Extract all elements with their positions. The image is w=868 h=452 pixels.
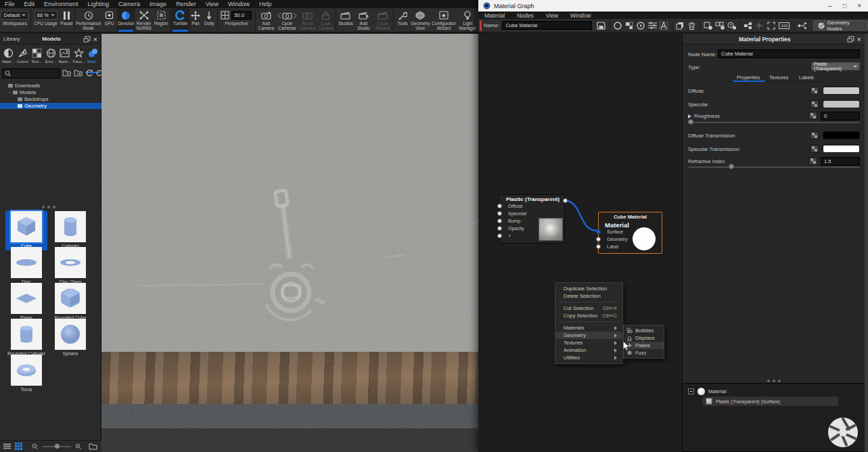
tab-properties[interactable]: Properties (737, 74, 760, 81)
menu-item-copy-selection[interactable]: Copy SelectionCtrl+C (555, 312, 622, 319)
toolbar-pause[interactable]: Pause (60, 8, 74, 32)
node-connections-icon[interactable] (798, 20, 807, 30)
toolbar-dolly[interactable]: Dolly (202, 8, 216, 32)
model-rounded-cylinder[interactable]: Rounded Cylinder (5, 319, 47, 357)
show-material-node-icon[interactable] (612, 20, 622, 30)
model-cube[interactable]: Cube (5, 211, 47, 250)
refractive-index-texture-button[interactable] (808, 157, 818, 165)
list-view-icon[interactable] (3, 443, 11, 449)
specular-transmission-texture-button[interactable] (810, 145, 819, 153)
toolbar-configurator-wizard[interactable]: Configurator Wizard (430, 8, 457, 32)
menu-lighting[interactable]: Lighting (83, 1, 114, 7)
toolbar-add-studio[interactable]: Add Studio (355, 8, 373, 32)
toolbar-light-manager[interactable]: Light Manager (457, 8, 478, 32)
menu-file[interactable]: File (0, 1, 20, 7)
save-material-icon[interactable] (596, 20, 606, 30)
menu-item-delete-selection[interactable]: Delete Selection (555, 292, 622, 300)
toolbar-gpu[interactable]: GPU (101, 8, 118, 32)
roughness-value-input[interactable]: 0 (821, 112, 860, 120)
zoom-100-button[interactable]: 100 (778, 20, 791, 30)
show-animations-icon[interactable] (636, 20, 645, 30)
port-geometry[interactable] (596, 237, 601, 242)
undock-panel-icon[interactable] (83, 36, 91, 43)
add-folder-icon[interactable] (74, 69, 83, 76)
toolbar-add-camera[interactable]: Add Camera (256, 8, 276, 32)
tree-item-geometry[interactable]: Geometry (0, 103, 101, 109)
menu-item-duplicate-selection[interactable]: Duplicate Selection (555, 285, 622, 292)
menu-help[interactable]: Help (254, 1, 277, 7)
menu-item-geometry[interactable]: Geometry (555, 332, 622, 339)
properties-splitter[interactable] (767, 380, 781, 382)
collapse-icon[interactable]: − (8, 89, 11, 95)
close-panel-icon[interactable]: × (93, 36, 97, 43)
geometry-nodes-toggle[interactable]: Geometry Nodes (813, 20, 868, 30)
show-labels-icon[interactable] (659, 20, 668, 30)
specular-transmission-swatch[interactable] (823, 145, 860, 153)
roughness-texture-button[interactable] (808, 112, 818, 120)
port-output[interactable] (563, 198, 568, 203)
roughness-slider[interactable] (688, 122, 860, 123)
node-plastic-transparent[interactable]: Plastic (Transparent) Diffuse Specular B… (499, 194, 565, 244)
refractive-index-slider-knob[interactable] (729, 164, 734, 169)
close-panel-icon[interactable]: × (857, 36, 861, 43)
node-name-input[interactable]: Cube Material (718, 49, 860, 58)
zoom-out-icon[interactable] (32, 443, 39, 450)
delete-node-icon[interactable] (687, 20, 697, 30)
menu-item-textures[interactable]: Textures (555, 339, 622, 346)
refractive-index-slider[interactable] (688, 166, 860, 168)
library-search[interactable] (2, 68, 60, 78)
menu-edit[interactable]: Edit (20, 1, 40, 7)
fit-view-icon[interactable] (767, 20, 776, 30)
tab-labels[interactable]: Labels (799, 74, 814, 81)
model-disc-open[interactable]: Disc Open (49, 247, 91, 285)
toolbar-geometry-view[interactable]: Geometry View (411, 8, 430, 32)
workspaces-dropdown[interactable]: Default (1, 11, 28, 20)
mg-menu-window[interactable]: Window (564, 12, 597, 19)
mg-menu-view[interactable]: View (540, 12, 564, 19)
add-animation-node-icon[interactable] (727, 20, 736, 30)
zoom-in-icon[interactable] (75, 443, 82, 450)
expand-arrow-icon[interactable] (688, 114, 691, 118)
next-arrow-icon[interactable] (294, 13, 296, 18)
specular-texture-button[interactable] (810, 100, 819, 108)
port-opacity[interactable] (497, 226, 502, 231)
model-rounded-cube[interactable]: Rounded Cube (49, 283, 91, 321)
submenu-item-bubbles[interactable]: Bubbles (624, 327, 664, 334)
menu-item-materials[interactable]: Materials (555, 324, 622, 332)
auto-layout-icon[interactable] (743, 20, 752, 30)
show-textures-icon[interactable] (624, 20, 634, 30)
diffuse-texture-button[interactable] (810, 87, 819, 95)
tree-root-row[interactable]: Material (683, 384, 865, 395)
menu-environment[interactable]: Environment (39, 1, 83, 7)
menu-camera[interactable]: Camera (114, 1, 145, 7)
toolbar-performance-mode[interactable]: Performance Mode (75, 8, 101, 32)
toolbar-render-nurbs[interactable]: Render NURBS (135, 8, 153, 32)
toolbar-workspaces[interactable]: Default Workspaces (0, 8, 30, 32)
library-splitter[interactable] (42, 206, 55, 208)
open-folder-icon[interactable] (89, 443, 97, 450)
model-cylinder[interactable]: Cylinder (49, 211, 91, 249)
undock-panel-icon[interactable] (847, 36, 854, 43)
duplicate-node-icon[interactable] (675, 20, 685, 30)
realtime-viewport[interactable] (101, 34, 478, 452)
thumbnail-size-slider[interactable] (43, 443, 71, 450)
prev-arrow-icon[interactable] (278, 13, 281, 18)
port-label[interactable] (596, 244, 601, 249)
tree-item-backdrops[interactable]: Backdrops (0, 96, 101, 102)
panel-edge[interactable] (865, 34, 868, 452)
node-cube-material[interactable]: Cube Material Material Surface Geometry … (598, 212, 662, 254)
model-sphere[interactable]: Sphere (49, 319, 91, 357)
diffuse-color-swatch[interactable] (823, 87, 860, 95)
maximize-icon[interactable]: □ (843, 3, 846, 9)
diffuse-transmission-texture-button[interactable] (810, 131, 819, 139)
add-multi-material-icon[interactable] (715, 20, 725, 30)
toolbar-perspective[interactable]: 50.0 Perspective (219, 8, 254, 32)
port-bump[interactable] (497, 219, 502, 223)
material-type-dropdown[interactable]: Plastic (Transparent) (811, 62, 860, 70)
menu-render[interactable]: Render (171, 1, 201, 7)
show-utilities-icon[interactable] (647, 20, 657, 30)
toolbar-denoise[interactable]: Denoise (117, 8, 135, 32)
mg-menu-nodes[interactable]: Nodes (511, 12, 540, 19)
collapse-box-icon[interactable] (688, 388, 694, 394)
menu-window[interactable]: Window (223, 1, 254, 7)
